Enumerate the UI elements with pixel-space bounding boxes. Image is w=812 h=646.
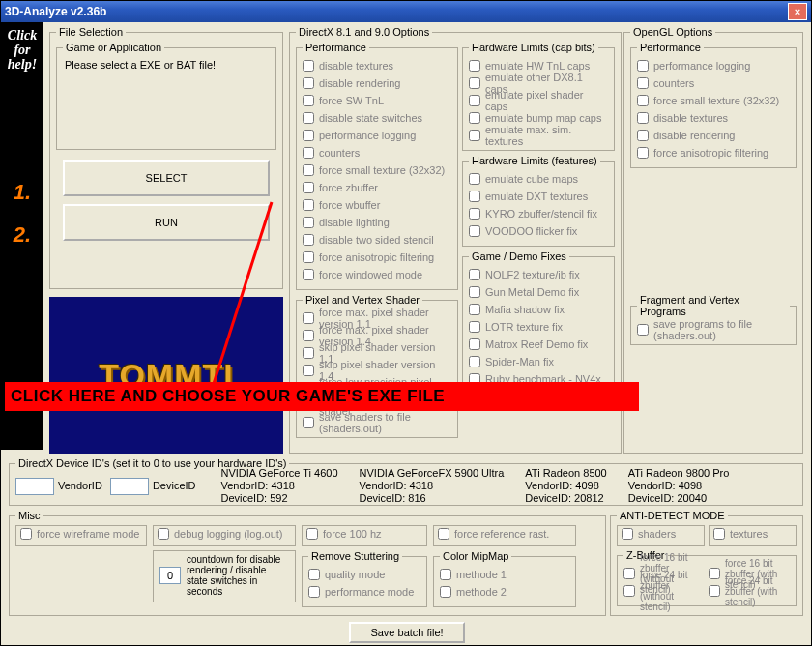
preset-card-0: NVIDIA GeForce Ti 4600VendorID: 4318Devi…	[221, 467, 338, 505]
device-id-label: DeviceID	[153, 480, 196, 492]
refrast-box: force reference rast.	[433, 525, 576, 546]
pixel-vertex-shader-group: Pixel and Vertex Shader force max. pixel…	[296, 294, 458, 438]
countdown-label: countdown for disable rendering / disabl…	[187, 554, 289, 597]
dx-perf-checkbox-8[interactable]: force wbuffer	[303, 197, 451, 213]
dx-perf-checkbox-3[interactable]: disable state switches	[303, 110, 451, 126]
debug-logging-checkbox[interactable]: debug logging (log.out)	[158, 528, 291, 540]
hw-features-legend: Hardware Limits (features)	[469, 155, 600, 166]
ogl-perf-checkbox-3[interactable]: disable textures	[637, 110, 790, 126]
color-mipmap-group: Color MipMap methode 1methode 2	[433, 550, 576, 607]
dx-hwcaps-checkbox-2[interactable]: emulate pixel shader caps	[469, 93, 608, 108]
file-selection-legend: File Selection	[56, 26, 126, 38]
title-bar: 3D-Analyze v2.36b ×	[1, 1, 811, 23]
force-100hz-box: force 100 hz	[302, 525, 427, 546]
close-button[interactable]: ×	[788, 3, 807, 20]
game-demo-fixes-group: Game / Demo Fixes NOLF2 texture/ib fixGu…	[462, 250, 615, 396]
dx-hwfeat-checkbox-3[interactable]: VOODOO flicker fix	[469, 223, 608, 239]
adm-textures-checkbox[interactable]: textures	[713, 528, 792, 540]
dx-pvs-checkbox-6[interactable]: save shaders to file (shaders.out)	[303, 415, 451, 430]
remove-stuttering-legend: Remove Stuttering	[308, 550, 402, 562]
device-ids-group: DirectX Device ID's (set it to 0 to use …	[9, 457, 803, 506]
countdown-input[interactable]	[160, 567, 181, 584]
color-mipmap-checkbox-1[interactable]: methode 2	[440, 584, 569, 600]
force-wireframe-checkbox[interactable]: force wireframe mode	[20, 528, 142, 540]
ogl-performance-group: Performance performance loggingcountersf…	[630, 42, 797, 168]
fragment-vertex-programs-legend: Fragment and Vertex Programs	[637, 294, 790, 317]
color-mipmap-legend: Color MipMap	[440, 550, 511, 562]
opengl-group: OpenGL Options Performance performance l…	[624, 26, 803, 454]
dx-perf-checkbox-10[interactable]: disable two sided stencil	[303, 232, 451, 248]
dx-fixes-checkbox-4[interactable]: Matrox Reef Demo fix	[469, 337, 608, 352]
preset-card-1: NVIDIA GeForceFX 5900 UltraVendorID: 431…	[360, 467, 505, 505]
dx-performance-group: Performance disable texturesdisable rend…	[296, 42, 458, 290]
preset-card-3: ATi Radeon 9800 ProVendorID: 4098DeviceI…	[628, 467, 730, 505]
color-mipmap-checkbox-0[interactable]: methode 1	[440, 567, 569, 582]
remove-stuttering-checkbox-0[interactable]: quality mode	[308, 567, 420, 582]
save-batch-button[interactable]: Save batch file!	[349, 622, 465, 643]
annotation-banner: CLICK HERE AND CHOOSE YOUR GAME'S EXE FI…	[5, 382, 639, 411]
ogl-performance-legend: Performance	[637, 42, 704, 53]
vendor-id-label: VendorID	[58, 480, 102, 492]
window-title: 3D-Analyze v2.36b	[5, 5, 106, 18]
zbuffer-checkbox-3[interactable]: force 24 bit zbuffer (with stencil)	[709, 583, 790, 599]
select-button[interactable]: SELECT	[63, 160, 270, 196]
dx-perf-checkbox-5[interactable]: counters	[303, 145, 451, 161]
fragment-vertex-programs-group: Fragment and Vertex Programs save progra…	[630, 294, 797, 345]
ogl-perf-checkbox-1[interactable]: counters	[637, 75, 790, 91]
help-text: Click for help!	[1, 22, 44, 77]
dx-perf-checkbox-2[interactable]: force SW TnL	[303, 93, 451, 108]
file-prompt: Please select a EXE or BAT file!	[63, 57, 270, 78]
ogl-fvp-checkbox-0[interactable]: save programs to file (shaders.out)	[637, 322, 790, 338]
run-button[interactable]: RUN	[63, 204, 270, 241]
ogl-perf-checkbox-0[interactable]: performance logging	[637, 58, 790, 73]
remove-stuttering-group: Remove Stuttering quality modeperformanc…	[302, 550, 427, 607]
dx-hwcaps-checkbox-4[interactable]: emulate max. sim. textures	[469, 128, 608, 143]
force-refrast-checkbox[interactable]: force reference rast.	[438, 528, 571, 540]
adm-shaders-checkbox[interactable]: shaders	[622, 528, 700, 540]
hw-caps-group: Hardware Limits (cap bits) emulate HW Tn…	[462, 42, 615, 151]
countdown-box: countdown for disable rendering / disabl…	[153, 550, 296, 602]
dx-perf-checkbox-1[interactable]: disable rendering	[303, 75, 451, 91]
hw-caps-legend: Hardware Limits (cap bits)	[469, 42, 598, 53]
step-1-label: 1.	[1, 180, 44, 205]
zbuffer-checkbox-2[interactable]: force 24 bit zbuffer (without stencil)	[624, 583, 705, 599]
dx-hwfeat-checkbox-2[interactable]: KYRO zbuffer/stencil fix	[469, 206, 608, 221]
ogl-perf-checkbox-4[interactable]: disable rendering	[637, 128, 790, 143]
logo-panel: TOMMTI	[49, 297, 283, 454]
preset-card-2: ATi Radeon 8500VendorID: 4098DeviceID: 2…	[525, 467, 606, 505]
anti-detect-group: ANTI-DETECT MODE shaders textures Z-Buff…	[610, 510, 803, 616]
misc-legend: Misc	[15, 510, 44, 521]
zbuffer-group: Z-Buffer force 16 bit zbuffer (without s…	[617, 549, 797, 606]
game-demo-fixes-legend: Game / Demo Fixes	[469, 250, 569, 262]
pixel-vertex-shader-legend: Pixel and Vertex Shader	[303, 294, 422, 306]
dx-hwfeat-checkbox-0[interactable]: emulate cube maps	[469, 171, 608, 187]
ogl-perf-checkbox-2[interactable]: force small texture (32x32)	[637, 93, 790, 108]
client-area: Click for help! 1. 2. File Selection Gam…	[1, 22, 811, 645]
dx-perf-checkbox-6[interactable]: force small texture (32x32)	[303, 162, 451, 178]
dx-perf-checkbox-0[interactable]: disable textures	[303, 58, 451, 73]
dx-fixes-checkbox-0[interactable]: NOLF2 texture/ib fix	[469, 267, 608, 282]
dx-perf-checkbox-12[interactable]: force windowed mode	[303, 267, 451, 282]
dx-fixes-checkbox-2[interactable]: Mafia shadow fix	[469, 302, 608, 317]
file-selection-group: File Selection Game or Application Pleas…	[49, 26, 283, 289]
remove-stuttering-checkbox-1[interactable]: performance mode	[308, 584, 420, 600]
step-2-label: 2.	[1, 222, 44, 248]
misc-group: Misc force wireframe mode debug logging …	[9, 510, 606, 616]
opengl-legend: OpenGL Options	[630, 26, 715, 38]
device-id-input[interactable]	[110, 478, 149, 495]
vendor-id-input[interactable]	[15, 478, 54, 495]
dx-perf-checkbox-11[interactable]: force anisotropic filtering	[303, 250, 451, 265]
dx-perf-checkbox-7[interactable]: force zbuffer	[303, 180, 451, 195]
debug-log-box: debug logging (log.out)	[153, 525, 296, 546]
dx-fixes-checkbox-3[interactable]: LOTR texture fix	[469, 319, 608, 335]
dx-fixes-checkbox-5[interactable]: Spider-Man fix	[469, 354, 608, 369]
directx-legend: DirectX 8.1 and 9.0 Options	[296, 26, 432, 38]
ogl-perf-checkbox-5[interactable]: force anisotropic filtering	[637, 145, 790, 161]
dx-fixes-checkbox-1[interactable]: Gun Metal Demo fix	[469, 284, 608, 300]
dx-perf-checkbox-9[interactable]: disable lighting	[303, 215, 451, 230]
dx-hwfeat-checkbox-1[interactable]: emulate DXT textures	[469, 189, 608, 204]
hw-features-group: Hardware Limits (features) emulate cube …	[462, 155, 615, 247]
anti-detect-legend: ANTI-DETECT MODE	[617, 510, 728, 521]
force-100hz-checkbox[interactable]: force 100 hz	[306, 528, 422, 540]
dx-perf-checkbox-4[interactable]: performance logging	[303, 128, 451, 143]
